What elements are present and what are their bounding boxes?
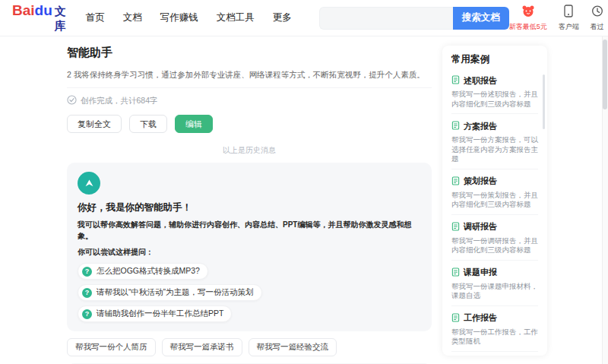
wenku-logo[interactable]: Bai du 文库	[12, 2, 66, 33]
nav-item-docs[interactable]: 文档	[123, 11, 142, 24]
case-item[interactable]: 策划报告 帮我写一份策划报告，并且内容细化到三级内容标题	[451, 169, 538, 215]
question-icon: ?	[82, 267, 92, 277]
case-desc: 帮我写一份工作报告，工作类型随机	[451, 328, 538, 347]
search-bar: 搜索文档	[319, 7, 509, 30]
promo-label: 新客最低5元	[509, 22, 547, 32]
case-item[interactable]: 述职报告 帮我写一份述职报告，并且内容细化到三级内容标题	[451, 68, 538, 114]
greeting-title: 你好，我是你的智能助手！	[78, 201, 421, 214]
case-item[interactable]: 方案报告 帮我写一份方案报告，可以选择任意内容为方案报告主题	[451, 114, 538, 169]
logo-du: du	[35, 2, 52, 19]
history-entry[interactable]: 看过	[591, 5, 604, 32]
assistant-avatar	[78, 172, 100, 195]
case-title: 工作报告	[464, 312, 497, 324]
nav-item-home[interactable]: 首页	[86, 11, 105, 24]
message-actions: 复制全文 下载 编辑	[67, 115, 432, 133]
case-title: 课题申报	[464, 267, 497, 278]
try-ask-label: 你可以尝试这样提问：	[78, 247, 421, 258]
quick-prompts: 帮我写一份个人简历 帮我写一篇承诺书 帮我写一篇经验交流	[67, 338, 432, 356]
nav-item-doc-tools[interactable]: 文档工具	[217, 11, 255, 24]
search-button[interactable]: 搜索文档	[453, 7, 509, 30]
case-desc: 帮我写一份述职报告，并且内容细化到三级内容标题	[451, 90, 538, 109]
promo-entry[interactable]: 新客最低5元	[509, 5, 547, 32]
quick-prompt-commitment[interactable]: 帮我写一篇承诺书	[162, 338, 242, 356]
document-icon	[451, 74, 460, 87]
sidebar-scrollbar[interactable]	[543, 74, 545, 129]
page-scrollbar-thumb[interactable]	[603, 40, 607, 109]
history-label: 看过	[591, 22, 604, 32]
logo-product: 文库	[55, 5, 66, 33]
suggestion-text: 怎么把OGG格式转换成MP3?	[97, 266, 200, 277]
case-desc: 帮我写一份调研报告，并且内容细化到三级内容标题	[451, 236, 538, 255]
case-title: 方案报告	[464, 121, 497, 132]
case-desc: 帮我写一份课题申报材料，课题自选	[451, 282, 538, 301]
copy-all-button[interactable]: 复制全文	[67, 115, 122, 133]
document-icon	[451, 266, 460, 280]
page-title: 智能助手	[67, 46, 432, 60]
greeting-body: 我可以帮你高效解答问题，辅助你进行内容创作、内容总结、PPT编辑等，并且帮助你激…	[78, 219, 421, 242]
case-desc: 帮我写一份方案报告，可以选择任意内容为方案报告主题	[451, 135, 538, 164]
greeting-panel: 你好，我是你的智能助手！ 我可以帮你高效解答问题，辅助你进行内容创作、内容总结、…	[67, 163, 432, 331]
edit-button[interactable]: 编辑	[175, 115, 213, 133]
mascot-icon	[521, 5, 535, 21]
top-navbar: Bai du 文库 首页 文档 写作赚钱 文档工具 更多 搜索文档 新客最低5元	[0, 0, 608, 36]
quick-prompt-resume[interactable]: 帮我写一份个人简历	[67, 338, 156, 356]
document-icon	[451, 119, 460, 133]
case-title: 述职报告	[464, 75, 497, 87]
clock-icon	[591, 5, 603, 21]
suggestion-chip[interactable]: ? 怎么把OGG格式转换成MP3?	[78, 263, 208, 280]
suggestion-text: 请帮我以“中秋活动”为主题，写一份活动策划	[97, 287, 254, 298]
document-icon	[451, 175, 460, 188]
case-title: 策划报告	[464, 176, 497, 187]
previous-message-tail: 2 我将保持终身学习习惯，通过参加外部专业讲座、网络课程等方式，不断拓宽视野，提…	[67, 69, 432, 81]
question-icon: ?	[82, 309, 92, 319]
search-input[interactable]	[319, 7, 453, 30]
case-desc: 帮我写一份策划报告，并且内容细化到三级内容标题	[451, 191, 538, 210]
case-item[interactable]: 思想汇报 帮我写一份思想汇报	[451, 352, 538, 356]
suggestion-chip[interactable]: ? 请帮我以“中秋活动”为主题，写一份活动策划	[78, 284, 262, 301]
common-cases-sidebar: 常用案例 述职报告 帮我写一份述职报告，并且内容细化到三级内容标题 方案报告 帮…	[442, 46, 547, 356]
case-item[interactable]: 工作报告 帮我写一份工作报告，工作类型随机	[451, 306, 538, 352]
client-entry[interactable]: 客户端	[559, 5, 579, 32]
quick-prompt-experience[interactable]: 帮我写一篇经验交流	[249, 338, 337, 356]
case-title: 调研报告	[464, 221, 497, 233]
main-nav: 首页 文档 写作赚钱 文档工具 更多	[86, 11, 292, 24]
suggestion-text: 请辅助我创作一份半年工作总结PPT	[97, 309, 223, 319]
document-icon	[451, 312, 460, 325]
nav-item-more[interactable]: 更多	[273, 11, 292, 24]
completion-text: 创作完成，共计684字	[81, 96, 158, 106]
history-divider: 以上是历史消息	[67, 145, 432, 156]
sidebar-title: 常用案例	[451, 53, 538, 66]
check-icon	[67, 95, 77, 106]
content-area: 智能助手 2 我将保持终身学习习惯，通过参加外部专业讲座、网络课程等方式，不断拓…	[0, 36, 608, 364]
nav-item-write-earn[interactable]: 写作赚钱	[160, 11, 198, 24]
case-item[interactable]: 课题申报 帮我写一份课题申报材料，课题自选	[451, 261, 538, 306]
case-item[interactable]: 调研报告 帮我写一份调研报告，并且内容细化到三级内容标题	[451, 215, 538, 261]
logo-bai: Bai	[12, 2, 35, 19]
suggestion-chip[interactable]: ? 请辅助我创作一份半年工作总结PPT	[78, 305, 232, 322]
page-scrollbar[interactable]	[602, 36, 608, 364]
assistant-panel: 智能助手 2 我将保持终身学习习惯，通过参加外部专业讲座、网络课程等方式，不断拓…	[67, 46, 432, 364]
question-icon: ?	[82, 288, 92, 298]
phone-icon	[564, 5, 573, 21]
completion-status: 创作完成，共计684字	[67, 87, 432, 106]
document-icon	[451, 220, 460, 234]
download-button[interactable]: 下载	[129, 115, 167, 133]
client-label: 客户端	[559, 22, 579, 32]
header-right: 新客最低5元 客户端 看过	[509, 5, 608, 32]
